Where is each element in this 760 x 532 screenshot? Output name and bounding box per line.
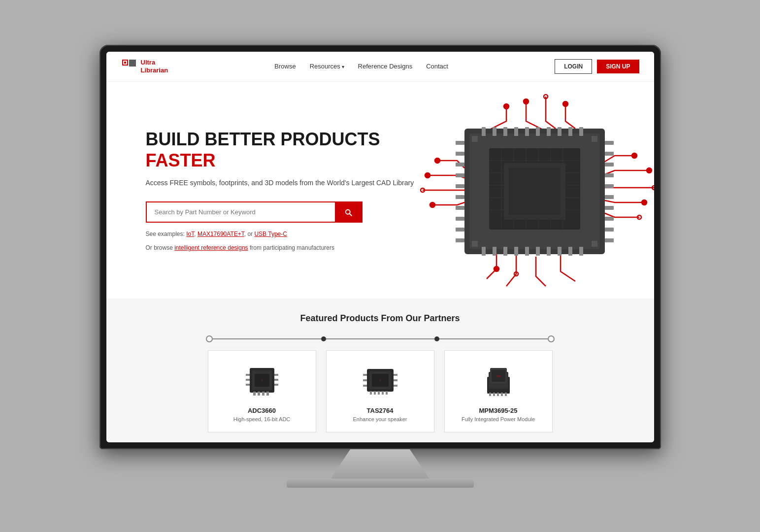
svg-text:TI: TI — [379, 379, 381, 382]
svg-rect-82 — [253, 392, 256, 396]
svg-point-10 — [435, 158, 440, 163]
svg-rect-49 — [482, 127, 486, 136]
svg-rect-61 — [456, 163, 464, 166]
browse-text: Or browse intelligent reference designs … — [146, 244, 431, 251]
search-icon — [344, 208, 353, 217]
svg-rect-48 — [579, 247, 583, 256]
reference-designs-link[interactable]: intelligent reference designs — [174, 244, 248, 251]
svg-rect-77 — [605, 228, 614, 232]
svg-point-17 — [642, 200, 647, 205]
nav-reference-designs[interactable]: Reference Designs — [358, 63, 413, 70]
svg-rect-100 — [386, 391, 388, 395]
svg-point-4 — [504, 104, 509, 109]
svg-rect-97 — [374, 391, 376, 395]
product-name-adc3660: ADC3660 — [218, 407, 306, 414]
svg-rect-65 — [456, 206, 464, 210]
featured-products: TI ADC3660 High-speed, 16-bit ADC — [126, 350, 634, 432]
svg-rect-70 — [605, 152, 614, 156]
svg-rect-46 — [558, 247, 562, 256]
svg-rect-84 — [262, 392, 264, 396]
svg-rect-101 — [363, 374, 367, 376]
svg-rect-103 — [363, 385, 367, 387]
signup-button[interactable]: SIGN UP — [597, 60, 639, 73]
search-examples: See examples: IoT, MAX17690ATE+T, or USB… — [146, 231, 431, 237]
featured-title: Featured Products From Our Partners — [126, 313, 634, 324]
nav-buttons: LOGIN SIGN UP — [555, 59, 639, 74]
product-image-mpm3695: mps — [474, 361, 523, 400]
nav-resources[interactable]: Resources — [310, 63, 344, 70]
product-desc-adc3660: High-speed, 16-bit ADC — [218, 416, 306, 422]
timeline-dot-2 — [434, 336, 439, 341]
svg-rect-34 — [509, 168, 561, 215]
example-max[interactable]: MAX17690ATE+T — [198, 231, 244, 237]
svg-rect-88 — [246, 384, 250, 386]
svg-rect-50 — [493, 127, 496, 136]
product-name-tas2764: TAS2764 — [336, 407, 424, 414]
svg-rect-91 — [274, 384, 278, 386]
svg-text:mps: mps — [496, 374, 501, 377]
svg-rect-35 — [472, 136, 478, 142]
chip-illustration — [408, 92, 654, 289]
monitor-stand — [331, 449, 430, 479]
svg-rect-71 — [605, 163, 614, 166]
product-card-mpm3695[interactable]: mps MPM3695-25 Fully Integrated Power Mo… — [444, 350, 553, 432]
monitor-base — [287, 479, 474, 488]
svg-rect-3 — [129, 60, 136, 66]
svg-rect-64 — [456, 195, 464, 199]
svg-text:TI: TI — [261, 379, 263, 382]
svg-rect-115 — [501, 393, 503, 396]
example-iot[interactable]: IoT — [186, 231, 194, 237]
monitor-screen: Ultra Librarian Browse Resources Referen… — [99, 45, 661, 449]
svg-rect-36 — [592, 136, 597, 142]
login-button[interactable]: LOGIN — [555, 59, 592, 74]
svg-rect-98 — [378, 391, 380, 395]
product-name-mpm3695: MPM3695-25 — [455, 407, 542, 414]
product-card-tas2764[interactable]: TI TAS2764 Enhance your speaker — [326, 350, 434, 432]
hero-section: BUILD BETTER PRODUCTS FASTER Access FREE… — [106, 82, 654, 299]
navbar: Ultra Librarian Browse Resources Referen… — [106, 52, 654, 82]
hero-image — [408, 82, 654, 299]
logo-text: Ultra Librarian — [141, 59, 168, 74]
svg-rect-59 — [456, 141, 464, 145]
svg-rect-39 — [482, 247, 486, 256]
svg-rect-86 — [246, 374, 250, 376]
svg-rect-72 — [605, 173, 614, 177]
svg-rect-106 — [394, 385, 397, 387]
svg-rect-87 — [246, 379, 250, 381]
hero-title: BUILD BETTER PRODUCTS FASTER — [146, 129, 431, 171]
svg-rect-66 — [456, 217, 464, 221]
svg-rect-68 — [456, 238, 464, 242]
search-bar — [146, 201, 363, 223]
svg-rect-2 — [124, 62, 126, 64]
nav-browse[interactable]: Browse — [274, 63, 296, 70]
svg-rect-57 — [568, 127, 572, 136]
nav-links: Browse Resources Reference Designs Conta… — [274, 63, 448, 70]
hero-content: BUILD BETTER PRODUCTS FASTER Access FREE… — [146, 129, 431, 251]
svg-rect-37 — [472, 241, 478, 247]
example-usb[interactable]: USB Type-C — [254, 231, 287, 237]
svg-rect-67 — [456, 228, 464, 232]
svg-rect-56 — [558, 127, 562, 136]
svg-rect-112 — [489, 393, 491, 396]
svg-point-8 — [494, 266, 499, 271]
svg-point-5 — [524, 99, 529, 104]
svg-rect-104 — [394, 374, 397, 376]
screen-inner: Ultra Librarian Browse Resources Referen… — [106, 52, 654, 442]
monitor-wrapper: Ultra Librarian Browse Resources Referen… — [85, 45, 676, 488]
search-button[interactable] — [335, 202, 362, 222]
svg-rect-58 — [579, 127, 583, 136]
svg-rect-44 — [536, 247, 540, 256]
product-timeline — [126, 335, 634, 342]
svg-rect-38 — [592, 241, 597, 247]
product-card-adc3660[interactable]: TI ADC3660 High-speed, 16-bit ADC — [208, 350, 316, 432]
svg-rect-78 — [605, 238, 614, 242]
svg-rect-40 — [493, 247, 496, 256]
svg-rect-114 — [497, 393, 499, 396]
svg-point-7 — [563, 101, 568, 106]
nav-contact[interactable]: Contact — [426, 63, 448, 70]
logo-icon — [121, 59, 137, 74]
svg-rect-53 — [525, 127, 529, 136]
search-input[interactable] — [147, 202, 335, 222]
svg-rect-63 — [456, 184, 464, 188]
timeline-start-circle — [206, 335, 213, 342]
